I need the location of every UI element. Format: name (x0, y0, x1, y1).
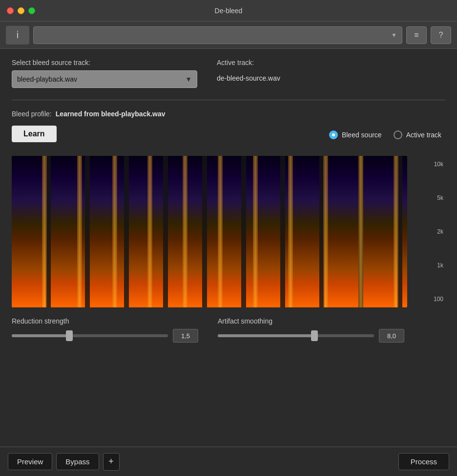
controls-row: Reduction strength 1,5 Artifact smoothin… (12, 317, 445, 343)
active-track-label: Active track: (217, 59, 280, 66)
bypass-button[interactable]: Bypass (56, 453, 99, 470)
bleed-profile-row: Bleed profile: Learned from bleed-playba… (12, 110, 445, 118)
reduction-strength-group: Reduction strength 1,5 (12, 317, 198, 343)
preview-button[interactable]: Preview (8, 453, 52, 470)
reduction-strength-label: Reduction strength (12, 317, 198, 325)
artifact-smoothing-label: Artifact smoothing (218, 317, 404, 325)
artifact-smoothing-fill (218, 334, 314, 337)
plugin-icon: i (6, 26, 29, 44)
bleed-dropdown-arrow-icon: ▼ (185, 75, 192, 83)
learn-button[interactable]: Learn (12, 126, 57, 142)
active-track-radio-circle[interactable] (394, 130, 402, 139)
bleed-source-radio-label: Bleed source (342, 131, 382, 139)
reduction-strength-value[interactable]: 1,5 (173, 329, 198, 343)
section-divider (12, 100, 445, 100)
bleed-source-dropdown[interactable]: bleed-playback.wav ▼ (12, 70, 197, 88)
help-button[interactable]: ? (431, 26, 451, 44)
artifact-smoothing-thumb[interactable] (311, 330, 318, 341)
freq-100: 100 (422, 296, 443, 303)
process-button[interactable]: Process (398, 453, 449, 470)
freq-1k: 1k (422, 262, 443, 269)
menu-button[interactable]: ≡ (406, 26, 427, 44)
spectrogram-container: 10k 5k 2k 1k 100 (12, 156, 445, 307)
reduction-strength-fill (12, 334, 69, 337)
artifact-smoothing-value[interactable]: 8,0 (379, 329, 404, 343)
bleed-source-radio[interactable]: Bleed source (329, 130, 382, 139)
toolbar: i ▼ ≡ ? (0, 22, 457, 49)
bleed-source-label: Select bleed source track: (12, 59, 197, 66)
dropdown-arrow-icon: ▼ (391, 32, 397, 39)
main-content: Select bleed source track: bleed-playbac… (0, 49, 457, 352)
active-track-radio-label: Active track (406, 131, 441, 139)
artifact-smoothing-track[interactable] (218, 334, 374, 337)
preset-dropdown[interactable]: ▼ (33, 26, 402, 44)
artifact-smoothing-slider-row: 8,0 (218, 329, 404, 343)
window-title: De-bleed (215, 7, 243, 15)
active-track-group: Active track: de-bleed-source.wav (217, 59, 280, 82)
close-button[interactable] (7, 7, 14, 14)
radio-options: Bleed source Active track (329, 130, 445, 139)
bleed-profile-label: Bleed profile: (12, 110, 52, 118)
bleed-profile-value: Learned from bleed-playback.wav (56, 110, 166, 118)
track-selection: Select bleed source track: bleed-playbac… (12, 59, 445, 88)
titlebar: De-bleed (0, 0, 457, 22)
artifact-smoothing-group: Artifact smoothing 8,0 (218, 317, 404, 343)
minimize-button[interactable] (18, 7, 24, 14)
freq-2k: 2k (422, 228, 443, 235)
reduction-strength-thumb[interactable] (66, 330, 73, 341)
bleed-source-group: Select bleed source track: bleed-playbac… (12, 59, 197, 88)
reduction-strength-track[interactable] (12, 334, 168, 337)
spectrogram-visual (12, 156, 407, 307)
traffic-lights (7, 7, 35, 14)
freq-5k: 5k (422, 195, 443, 201)
plus-button[interactable]: + (103, 453, 120, 471)
frequency-labels: 10k 5k 2k 1k 100 (420, 156, 445, 307)
maximize-button[interactable] (28, 7, 35, 14)
bleed-source-value: bleed-playback.wav (17, 75, 77, 83)
bottom-bar: Preview Bypass + Process (0, 447, 457, 476)
active-track-value: de-bleed-source.wav (217, 70, 280, 82)
reduction-strength-slider-row: 1,5 (12, 329, 198, 343)
bleed-source-radio-circle[interactable] (329, 130, 338, 139)
active-track-radio[interactable]: Active track (394, 130, 441, 139)
spectrogram-display (12, 156, 407, 307)
freq-10k: 10k (422, 161, 443, 168)
